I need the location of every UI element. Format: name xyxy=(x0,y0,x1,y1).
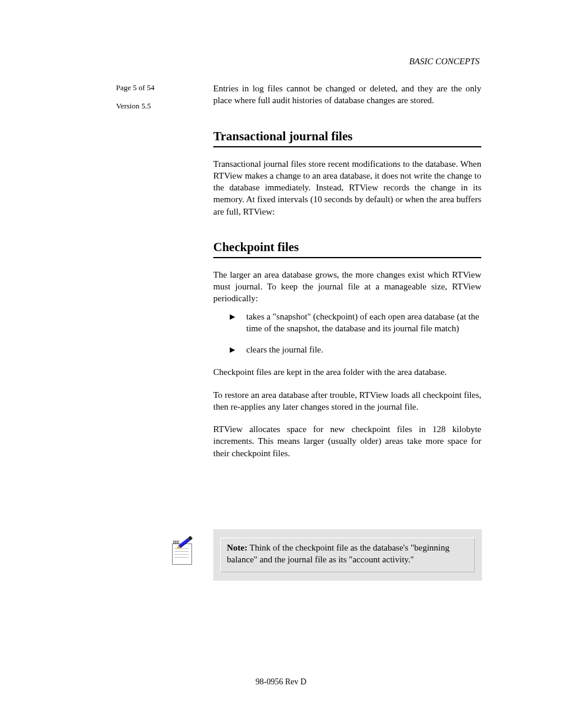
body-text: To restore an area database after troubl… xyxy=(213,389,481,413)
version-label: Version 5.5 xyxy=(116,101,181,111)
footer-revision: 98-0956 Rev D xyxy=(0,677,562,687)
body-text: Entries in log files cannot be changed o… xyxy=(213,83,481,107)
note-text: Note: Think of the checkpoint file as th… xyxy=(220,538,475,572)
note-block: lllllll Note: Think of the checkpoint fi… xyxy=(171,529,482,581)
body-text: The larger an area database grows, the m… xyxy=(213,269,481,305)
body-text: RTView allocates space for new checkpoin… xyxy=(213,423,481,459)
note-body: Think of the checkpoint file as the data… xyxy=(227,543,449,564)
main-content: Entries in log files cannot be changed o… xyxy=(213,83,481,470)
heading-checkpoint-files: Checkpoint files xyxy=(213,240,481,258)
notepad-icon: lllllll xyxy=(171,541,194,566)
page-count: Page 5 of 54 xyxy=(116,83,169,93)
bullet-item: takes a "snapshot" (checkpoint) of each … xyxy=(213,311,481,335)
page: BASIC CONCEPTS Page 5 of 54 Version 5.5 … xyxy=(0,0,562,728)
body-text: Transactional journal files store recent… xyxy=(213,158,481,218)
bullet-list: takes a "snapshot" (checkpoint) of each … xyxy=(213,311,481,356)
heading-journal-files: Transactional journal files xyxy=(213,129,481,147)
running-header: BASIC CONCEPTS xyxy=(409,57,480,67)
note-title: Note: xyxy=(227,543,247,552)
body-text: Checkpoint files are kept in the area fo… xyxy=(213,366,481,378)
bullet-item: clears the journal file. xyxy=(213,344,481,355)
note-box: Note: Think of the checkpoint file as th… xyxy=(213,529,482,581)
